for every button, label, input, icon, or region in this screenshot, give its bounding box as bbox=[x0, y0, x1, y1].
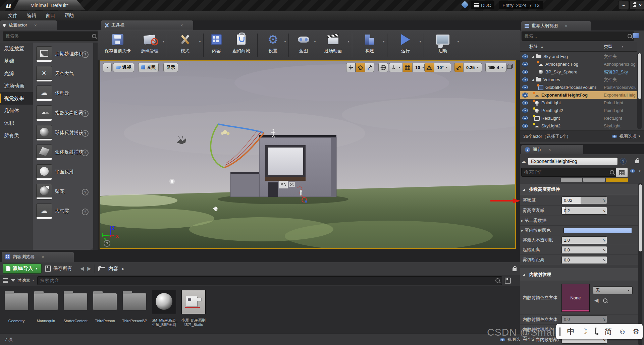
outliner-view-options[interactable]: 视图选项 ▼ bbox=[612, 133, 641, 139]
visibility-eye-icon[interactable] bbox=[522, 77, 528, 82]
close-icon[interactable]: × bbox=[42, 254, 44, 260]
outliner-search-input[interactable] bbox=[524, 33, 628, 39]
play-button[interactable]: 运行 ▼ bbox=[389, 30, 422, 60]
visibility-eye-icon[interactable] bbox=[522, 116, 528, 121]
asset-tile-merged-mesh[interactable]: SM_MERGED_ 小屋_BSP画刷 bbox=[152, 290, 176, 314]
visibility-eye-icon[interactable] bbox=[522, 108, 528, 113]
visibility-eye-icon[interactable] bbox=[522, 85, 528, 90]
add-import-button[interactable]: 添加/导入 ▼ bbox=[3, 264, 42, 274]
surface-snap-button[interactable]: ▼ bbox=[389, 63, 403, 72]
help-icon[interactable]: ? bbox=[620, 158, 627, 165]
category-basic[interactable]: 基础 bbox=[0, 55, 33, 67]
marketplace-button[interactable]: 虚幻商城 bbox=[227, 30, 255, 60]
column-type[interactable]: 类型 ▼ bbox=[604, 42, 624, 51]
folder-tile[interactable]: ThirdPersonBP bbox=[122, 290, 147, 310]
ime-language-toggle[interactable]: 中 bbox=[567, 327, 575, 337]
ime-caret-icon[interactable] bbox=[594, 328, 598, 336]
settings-button[interactable]: ⚙ 设置 ▼ bbox=[260, 30, 286, 60]
cubemap-none-thumbnail[interactable]: None bbox=[561, 284, 590, 312]
menu-window[interactable]: 窗口 bbox=[42, 12, 59, 20]
folder-tile[interactable]: ThirdPerson bbox=[93, 290, 117, 310]
help-icon[interactable]: ? bbox=[82, 130, 89, 137]
fog-density-input[interactable]: 0.02 ↘ bbox=[561, 196, 607, 204]
build-button[interactable]: 构建 ▼ bbox=[354, 30, 385, 60]
camera-speed-group[interactable]: 4 ▼ bbox=[485, 63, 506, 72]
folder-tile[interactable]: Geometry bbox=[4, 290, 29, 310]
maximize-viewport-button[interactable] bbox=[507, 64, 513, 69]
moon-icon[interactable]: ☽ bbox=[581, 327, 588, 336]
scale-snap-toggle[interactable] bbox=[454, 63, 463, 72]
outliner-search[interactable] bbox=[522, 32, 634, 41]
save-level-button[interactable]: 保存当前关卡 bbox=[101, 30, 135, 60]
chevron-down-icon[interactable]: ▼ bbox=[347, 40, 350, 43]
actor-item-sphere-reflection-capture[interactable]: 球体反射捕获 ? bbox=[33, 123, 93, 142]
help-icon[interactable]: ? bbox=[82, 209, 89, 215]
browse-icon[interactable] bbox=[603, 298, 607, 303]
tree-expanded-icon[interactable]: ◢ bbox=[532, 55, 536, 58]
column-label[interactable]: 标签 ▲ bbox=[520, 42, 604, 51]
save-search-icon[interactable] bbox=[505, 278, 511, 284]
search-content-input[interactable] bbox=[40, 278, 495, 283]
outliner-row-atmospheric-fog[interactable]: ☁ Atmospheric Fog AtmosphericFog bbox=[520, 60, 637, 68]
mobility-segment-active[interactable] bbox=[606, 178, 628, 182]
details-scrollbar[interactable] bbox=[638, 183, 642, 345]
outliner-row-pointlight2[interactable]: PointLight2 PointLight bbox=[520, 107, 637, 114]
filters-button[interactable]: 过滤器 ▼ bbox=[11, 278, 35, 284]
save-all-button[interactable]: 保存所有 bbox=[45, 266, 72, 272]
chevron-down-icon[interactable]: ▼ bbox=[162, 40, 165, 43]
visibility-eye-icon[interactable] bbox=[522, 93, 528, 98]
breadcrumb-arrow-icon[interactable]: ▶ bbox=[122, 267, 124, 271]
ddc-status-badge[interactable]: DDC bbox=[471, 1, 494, 9]
rotation-snap-toggle[interactable] bbox=[424, 63, 434, 72]
fog-max-opacity-input[interactable]: 1.0 ↘ bbox=[561, 236, 607, 244]
place-actors-search[interactable] bbox=[3, 32, 99, 41]
expand-icon[interactable]: ▶ bbox=[521, 219, 525, 222]
visibility-eye-icon[interactable] bbox=[522, 100, 528, 105]
minimize-button[interactable]: – bbox=[618, 1, 629, 9]
help-icon[interactable]: ? bbox=[82, 51, 89, 58]
viewport-lit-menu[interactable]: 光照 bbox=[138, 63, 159, 72]
actor-name-field[interactable]: ExponentialHeightFog bbox=[528, 157, 618, 165]
outliner-row-volumes[interactable]: ◢ Volumes 文件夹 bbox=[520, 76, 637, 83]
lock-icon[interactable] bbox=[513, 268, 517, 271]
add-filter-icon[interactable] bbox=[633, 33, 639, 38]
visibility-eye-icon[interactable] bbox=[522, 62, 528, 67]
fog-height-falloff-input[interactable]: 0.2 ↘ bbox=[561, 207, 607, 215]
world-local-toggle[interactable] bbox=[378, 63, 388, 72]
source-control-button[interactable]: 源码管理 ▼ bbox=[135, 30, 165, 60]
scrollbar-thumb[interactable] bbox=[639, 184, 642, 251]
scrollbar-thumb[interactable] bbox=[638, 53, 641, 99]
close-window-button[interactable]: × bbox=[636, 1, 644, 9]
chevron-down-icon[interactable]: ▼ bbox=[457, 40, 460, 43]
details-search[interactable] bbox=[521, 168, 616, 177]
viewport-help-icon[interactable]: ? bbox=[106, 241, 108, 246]
actor-item-decal[interactable]: 贴花 ? bbox=[33, 182, 93, 201]
details-view-options[interactable]: ▼ bbox=[630, 169, 641, 173]
blueprints-button[interactable]: 蓝图 ▼ bbox=[291, 30, 316, 60]
folder-tile[interactable]: Mannequin bbox=[34, 290, 58, 310]
category-volumes[interactable]: 体积 bbox=[0, 117, 33, 129]
breadcrumb[interactable]: 内容 bbox=[108, 266, 118, 272]
actor-item-atmospheric-fog[interactable]: ☁ 大气雾 ? bbox=[33, 202, 93, 221]
chevron-down-icon[interactable]: ▼ bbox=[419, 40, 422, 43]
level-viewport[interactable]: Z Y X ? ▼ 透视 光照 显示 bbox=[100, 60, 516, 249]
close-icon[interactable]: × bbox=[34, 23, 37, 28]
help-icon[interactable]: ? bbox=[82, 189, 89, 195]
visibility-eye-icon[interactable] bbox=[522, 123, 528, 128]
category-lights[interactable]: 光源 bbox=[0, 67, 33, 80]
actor-item-volumetric-cloud[interactable]: ☁ 体积云 bbox=[33, 83, 93, 103]
folder-tile[interactable]: StarterContent bbox=[63, 290, 88, 310]
category-geometry[interactable]: 几何体 bbox=[0, 105, 33, 117]
row-fog-inscattering-color[interactable]: ▶ 雾内散射颜色 bbox=[520, 226, 638, 235]
close-icon[interactable]: × bbox=[548, 147, 551, 152]
category-recent[interactable]: 最近放置 bbox=[0, 43, 33, 55]
visibility-eye-icon[interactable] bbox=[522, 69, 528, 74]
actor-item-exponential-height-fog[interactable]: ☁☁ 指数级高度雾 ? bbox=[33, 103, 93, 123]
tab-place-actors[interactable]: 放置actor × bbox=[0, 20, 57, 30]
chevron-down-icon[interactable]: ▼ bbox=[284, 40, 286, 43]
menu-file[interactable]: 文件 bbox=[4, 12, 21, 20]
use-selected-icon[interactable]: ◀ bbox=[594, 297, 598, 303]
launch-button[interactable]: 启动 ▼ bbox=[426, 30, 460, 60]
actor-item-box-reflection-capture[interactable]: 盒体反射捕获 ? bbox=[33, 142, 93, 162]
asset-tile-house-mesh[interactable]: 小屋_BSP画刷 练习_Static bbox=[181, 290, 206, 314]
